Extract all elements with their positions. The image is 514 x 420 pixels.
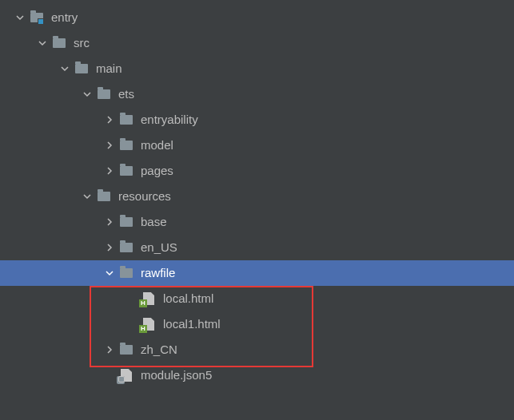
tree-label: resources — [118, 184, 171, 209]
module-folder-icon — [29, 10, 45, 26]
chevron-right-icon[interactable] — [102, 215, 117, 229]
tree-item-entry[interactable]: entry — [0, 5, 514, 30]
tree-item-src[interactable]: src — [0, 30, 514, 56]
folder-icon — [96, 188, 112, 204]
chevron-down-icon[interactable] — [80, 87, 94, 101]
tree-item-rawfile[interactable]: rawfile — [0, 260, 514, 286]
tree-item-model[interactable]: model — [0, 133, 514, 158]
folder-icon — [118, 265, 134, 281]
tree-label: local1.html — [163, 311, 221, 337]
tree-label: model — [141, 133, 173, 158]
chevron-down-icon[interactable] — [102, 266, 117, 280]
tree-label: src — [74, 30, 90, 56]
folder-icon — [118, 342, 134, 358]
project-tree: entry src main ets entryability model pa… — [0, 0, 514, 388]
tree-item-module-json5[interactable]: module.json5 — [0, 363, 514, 388]
folder-icon — [51, 35, 67, 51]
html-file-icon — [141, 316, 157, 332]
tree-item-entryability[interactable]: entryability — [0, 107, 514, 133]
html-file-icon — [141, 291, 157, 307]
tree-item-pages[interactable]: pages — [0, 158, 514, 184]
folder-icon — [74, 61, 90, 77]
chevron-down-icon[interactable] — [80, 189, 94, 204]
tree-label: ets — [118, 81, 134, 107]
tree-label: local.html — [163, 286, 213, 311]
chevron-right-icon[interactable] — [102, 138, 117, 153]
tree-label: module.json5 — [141, 363, 212, 388]
chevron-down-icon[interactable] — [13, 10, 27, 25]
tree-item-base[interactable]: base — [0, 209, 514, 235]
chevron-down-icon[interactable] — [58, 61, 72, 76]
tree-item-zh-cn[interactable]: zh_CN — [0, 337, 514, 363]
tree-item-resources[interactable]: resources — [0, 184, 514, 209]
tree-label: rawfile — [141, 260, 175, 286]
tree-item-ets[interactable]: ets — [0, 81, 514, 107]
folder-icon — [118, 112, 134, 128]
chevron-down-icon[interactable] — [35, 36, 50, 50]
tree-label: entryability — [141, 107, 198, 133]
folder-icon — [118, 214, 134, 230]
tree-item-en-us[interactable]: en_US — [0, 235, 514, 260]
chevron-right-icon[interactable] — [102, 343, 117, 357]
tree-item-local1-html[interactable]: local1.html — [0, 311, 514, 337]
tree-label: pages — [141, 158, 173, 184]
folder-icon — [118, 137, 134, 153]
folder-icon — [96, 86, 112, 102]
folder-icon — [118, 240, 134, 256]
tree-item-local-html[interactable]: local.html — [0, 286, 514, 311]
tree-label: zh_CN — [141, 337, 177, 363]
folder-icon — [118, 163, 134, 179]
chevron-right-icon[interactable] — [102, 240, 117, 255]
tree-label: main — [96, 56, 122, 81]
tree-item-main[interactable]: main — [0, 56, 514, 81]
chevron-right-icon[interactable] — [102, 164, 117, 178]
tree-label: en_US — [141, 235, 177, 260]
tree-label: entry — [51, 5, 78, 30]
chevron-right-icon[interactable] — [102, 113, 117, 127]
json5-file-icon — [118, 367, 134, 383]
tree-label: base — [141, 209, 167, 235]
